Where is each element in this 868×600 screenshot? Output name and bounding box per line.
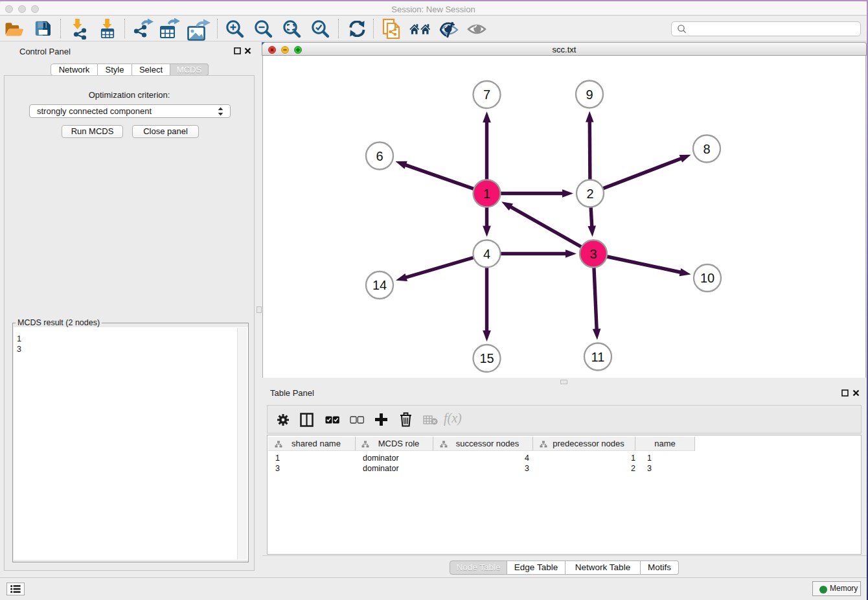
svg-text:14: 14 [372, 278, 386, 292]
svg-text:9: 9 [586, 87, 593, 101]
svg-text:10: 10 [700, 271, 714, 285]
svg-text:7: 7 [483, 87, 490, 102]
svg-text:15: 15 [479, 351, 494, 365]
svg-text:4: 4 [483, 246, 490, 260]
svg-text:3: 3 [589, 246, 597, 260]
svg-text:2: 2 [586, 186, 593, 200]
svg-text:11: 11 [591, 349, 604, 363]
svg-text:8: 8 [703, 141, 710, 156]
svg-text:1: 1 [483, 186, 490, 200]
svg-text:6: 6 [376, 148, 383, 163]
